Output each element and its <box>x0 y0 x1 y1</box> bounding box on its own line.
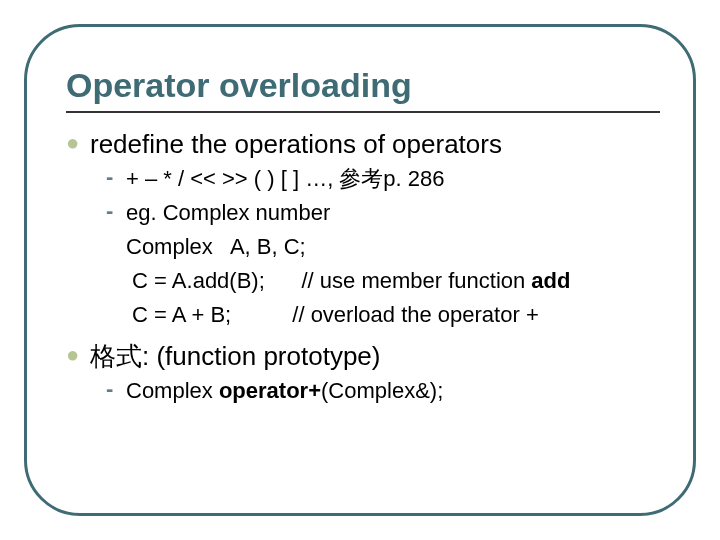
dash-icon: - <box>106 198 126 224</box>
sub-prototype-post: (Complex&); <box>321 378 443 403</box>
sub-operators-list: - + – * / << >> ( ) [ ] …, 參考p. 286 <box>106 162 660 196</box>
sub-prototype-bold: operator+ <box>219 378 321 403</box>
code-decl: Complex A, B, C; <box>126 230 660 264</box>
point-format: ● 格式: (function prototype) <box>66 339 660 374</box>
sub-prototype-text: Complex operator+(Complex&); <box>126 374 443 408</box>
sub-prototype-pre: Complex <box>126 378 219 403</box>
sub-example: - eg. Complex number <box>106 196 660 230</box>
slide-content: Operator overloading ● redefine the oper… <box>66 66 660 490</box>
sub-example-text: eg. Complex number <box>126 196 330 230</box>
code-overload-call: C = A + B; // overload the operator + <box>126 298 660 332</box>
dash-icon: - <box>106 164 126 190</box>
sub-operators-list-text: + – * / << >> ( ) [ ] …, 參考p. 286 <box>126 162 445 196</box>
slide: Operator overloading ● redefine the oper… <box>0 0 720 540</box>
point-redefine-text: redefine the operations of operators <box>90 127 502 162</box>
code-member-call: C = A.add(B); // use member function add <box>126 264 660 298</box>
point-format-text: 格式: (function prototype) <box>90 339 380 374</box>
bullet-icon: ● <box>66 339 90 371</box>
point-redefine: ● redefine the operations of operators <box>66 127 660 162</box>
code-member-call-pre: C = A.add(B); // use member function <box>126 268 531 293</box>
sub-prototype: - Complex operator+(Complex&); <box>106 374 660 408</box>
dash-icon: - <box>106 376 126 402</box>
bullet-icon: ● <box>66 127 90 159</box>
code-member-call-bold: add <box>531 268 570 293</box>
slide-title: Operator overloading <box>66 66 660 113</box>
